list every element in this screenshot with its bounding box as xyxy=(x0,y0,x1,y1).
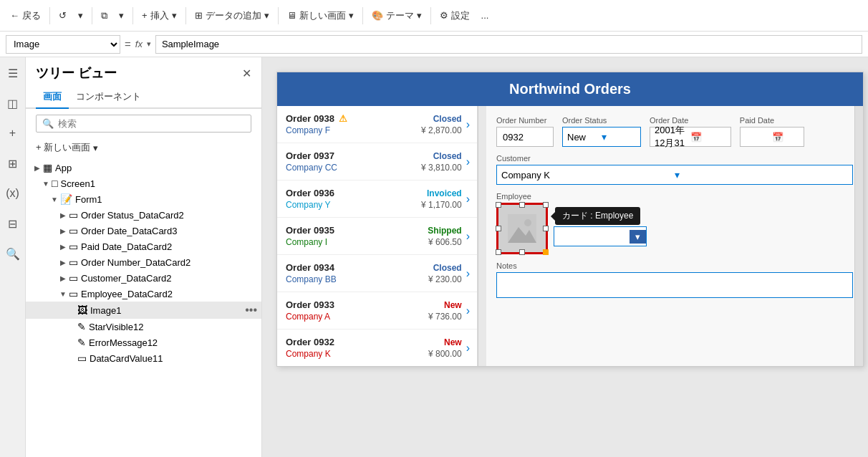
tree-item-employee[interactable]: ▼ ▭ Employee_DataCard2 xyxy=(26,286,261,302)
settings-button[interactable]: ⚙ 設定 xyxy=(435,6,474,25)
handle-tl[interactable] xyxy=(496,202,501,208)
tree-item-customer[interactable]: ▶ ▭ Customer_DataCard2 xyxy=(26,270,261,286)
tree-item-order-number[interactable]: ▶ ▭ Order Number_DataCard2 xyxy=(26,254,261,270)
tree-label-datacardvalue: DataCardValue11 xyxy=(90,353,261,364)
order-item-0936[interactable]: Order 0936 Company Y Invoiced ¥ 1,170.00… xyxy=(277,181,477,218)
back-icon: ← xyxy=(10,10,19,21)
customer-dropdown-icon: ▾ xyxy=(675,169,848,181)
order-company-0936: Company Y xyxy=(286,200,421,210)
order-status-dropdown[interactable]: New ▾ xyxy=(562,127,641,147)
controls-icon-btn[interactable]: ⊟ xyxy=(3,213,23,234)
order-title-0932: Order 0932 xyxy=(286,337,428,347)
tree-label-form1: Form1 xyxy=(75,194,261,205)
warning-icon-0938: ⚠ xyxy=(339,113,347,124)
employee-dropdown[interactable]: ▾ xyxy=(554,226,647,246)
tab-component[interactable]: コンポーネント xyxy=(69,86,148,109)
formula-input[interactable] xyxy=(155,35,862,54)
tree-item-screen1[interactable]: ▼ □ Screen1 xyxy=(26,175,261,191)
tree-arrow-order-date: ▶ xyxy=(57,227,69,235)
image-icon: 🖼 xyxy=(77,304,87,316)
hamburger-icon-btn[interactable]: ☰ xyxy=(3,63,23,83)
tree-item-starvisible[interactable]: ▶ ✎ StarVisible12 xyxy=(26,319,261,335)
insert-button[interactable]: + 挿入 ▾ xyxy=(138,6,181,25)
database-icon-btn[interactable]: ⊞ xyxy=(3,153,23,173)
employee-image[interactable] xyxy=(496,203,548,254)
tree-item-order-date[interactable]: ▶ ▭ Order Date_DataCard3 xyxy=(26,223,261,239)
order-right-0936: Invoiced ¥ 1,170.00 xyxy=(421,188,462,210)
layers-icon-btn[interactable]: ◫ xyxy=(3,93,23,113)
add-data-button[interactable]: ⊞ データの追加 ▾ xyxy=(191,6,274,25)
order-right-0934: Closed ¥ 230.00 xyxy=(428,263,462,284)
order-item-0932[interactable]: Order 0932 Company K New ¥ 800.00 › xyxy=(277,329,477,366)
customer-dropdown[interactable]: Company K ▾ xyxy=(496,165,853,185)
tree-item-form1[interactable]: ▼ 📝 Form1 xyxy=(26,191,261,207)
tab-screen[interactable]: 画面 xyxy=(36,86,69,109)
tree-item-paid-date[interactable]: ▶ ▭ Paid Date_DataCard2 xyxy=(26,239,261,254)
order-right-0932: New ¥ 800.00 xyxy=(428,337,462,359)
tree-panel-close-button[interactable]: ✕ xyxy=(242,67,251,80)
order-title-0935: Order 0935 xyxy=(286,225,428,236)
detail-row-2: Customer Company K ▾ xyxy=(496,154,853,185)
employee-dropdown-icon: ▾ xyxy=(630,230,646,244)
detail-row-1: Order Number Order Status New ▾ Order Da… xyxy=(496,116,853,147)
handle-mr[interactable] xyxy=(543,226,549,231)
new-screen-button[interactable]: 🖥 新しい画面 ▾ xyxy=(283,6,358,25)
add-data-dropdown-icon: ▾ xyxy=(264,10,269,21)
tree-label-image1: Image1 xyxy=(90,305,241,316)
handle-br[interactable] xyxy=(543,249,549,255)
control-selector[interactable]: Image xyxy=(6,35,120,54)
handle-ml[interactable] xyxy=(496,226,501,231)
handle-tr[interactable] xyxy=(543,202,549,208)
more-button[interactable]: ... xyxy=(477,7,493,24)
order-number-input[interactable] xyxy=(496,127,554,147)
screen-icon: □ xyxy=(52,178,57,189)
order-title-0933: Order 0933 xyxy=(286,299,428,310)
order-left-0935: Order 0935 Company I xyxy=(286,225,428,247)
image-placeholder-svg xyxy=(508,214,536,243)
list-scrollbar[interactable] xyxy=(478,106,486,366)
tree-item-order-status[interactable]: ▶ ▭ Order Status_DataCard2 xyxy=(26,207,261,223)
tree-arrow-screen1: ▼ xyxy=(40,180,52,188)
undo-button[interactable]: ↺ xyxy=(54,7,71,24)
tree-item-app[interactable]: ▶ ▦ App xyxy=(26,160,261,175)
order-item-0933[interactable]: Order 0933 Company A New ¥ 736.00 › xyxy=(277,292,477,329)
order-item-0934[interactable]: Order 0934 Company BB Closed ¥ 230.00 › xyxy=(277,255,477,292)
handle-tm[interactable] xyxy=(519,202,525,208)
order-item-0938[interactable]: Order 0938 ⚠ Company F Closed ¥ 2,870.00… xyxy=(277,106,477,143)
undo-dropdown[interactable]: ▾ xyxy=(74,7,87,24)
search-input[interactable] xyxy=(58,118,245,129)
paid-date-input[interactable]: 📅 xyxy=(740,127,804,147)
handle-bl[interactable] xyxy=(496,249,501,255)
tree-more-button[interactable]: ••• xyxy=(241,304,261,317)
datacard-icon-3: ▭ xyxy=(69,241,78,252)
image-wrapper: カード : Employee xyxy=(496,203,548,254)
tree-panel-tabs: 画面 コンポーネント xyxy=(26,86,261,109)
copy-dropdown-icon: ▾ xyxy=(119,10,124,21)
new-screen-tree-button[interactable]: + 新しい画面 ▾ xyxy=(26,138,261,157)
detail-scrollbar[interactable] xyxy=(854,106,863,366)
theme-button[interactable]: 🎨 テーマ ▾ xyxy=(367,6,426,25)
order-title-0937: Order 0937 xyxy=(286,150,421,161)
copy-dropdown[interactable]: ▾ xyxy=(115,7,128,24)
datacard-icon-1: ▭ xyxy=(69,209,78,221)
tree-label-errormessage: ErrorMessage12 xyxy=(89,337,261,348)
order-date-input[interactable]: 2001年12月31 📅 xyxy=(650,127,731,147)
order-title-0938: Order 0938 ⚠ xyxy=(286,113,421,124)
copy-button[interactable]: ⧉ xyxy=(97,7,112,24)
form-icon: 📝 xyxy=(60,193,72,205)
app-body: Order 0938 ⚠ Company F Closed ¥ 2,870.00… xyxy=(277,106,863,366)
order-item-0935[interactable]: Order 0935 Company I Shipped ¥ 606.50 › xyxy=(277,218,477,255)
tree-item-datacardvalue[interactable]: ▶ ▭ DataCardValue11 xyxy=(26,350,261,366)
notes-input[interactable] xyxy=(496,272,853,298)
tree-item-image1[interactable]: ▶ 🖼 Image1 ••• xyxy=(26,302,261,319)
tree-item-errormessage[interactable]: ▶ ✎ ErrorMessage12 xyxy=(26,335,261,350)
order-item-0937[interactable]: Order 0937 Company CC Closed ¥ 3,810.00 … xyxy=(277,143,477,181)
handle-bm[interactable] xyxy=(519,249,525,255)
plus-icon-btn[interactable]: + xyxy=(3,123,23,143)
back-button[interactable]: ← 戻る xyxy=(6,6,45,25)
order-date-value: 2001年12月31 xyxy=(655,124,690,150)
variable-icon-btn[interactable]: (x) xyxy=(3,183,23,203)
customer-field: Customer Company K ▾ xyxy=(496,154,853,185)
detail-row-3: Employee xyxy=(496,192,853,254)
search-icon-btn[interactable]: 🔍 xyxy=(3,244,23,264)
